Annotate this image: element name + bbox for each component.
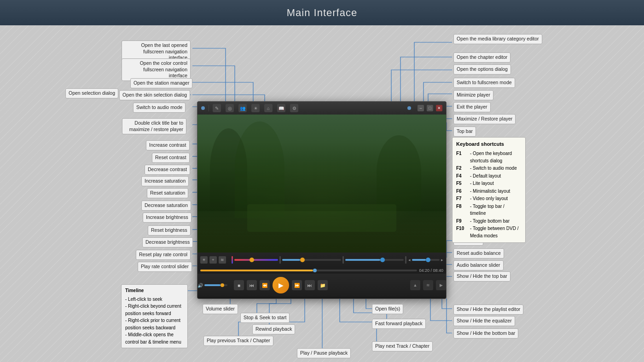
label-prev-track: Play previous Track / Chapter	[203, 336, 273, 346]
label-play-rate-slider: Play rate control slider	[138, 262, 192, 272]
label-decrease-saturation: Decrease saturation	[141, 201, 191, 211]
label-reset-contrast: Reset contrast	[152, 153, 190, 163]
label-station-manager: Open the station manager	[130, 78, 192, 88]
prev-track-button[interactable]: ⏪	[260, 280, 270, 290]
label-open-files: Open file(s)	[372, 304, 403, 314]
label-increase-brightness: Increase brightness	[143, 213, 191, 223]
shortcut-f8: F8 - Toggle top bar / timeline	[456, 203, 522, 217]
play-pause-button[interactable]: ▶	[273, 277, 289, 293]
player-titlebar: ✎ ◎ 👥 ☀ ⌂ 📖 ⚙ – □ ✕	[197, 102, 446, 115]
titlebar-left: ✎ ◎ 👥 ☀ ⌂ 📖 ⚙	[201, 104, 298, 112]
label-double-click-title: Double click title bar to maximize / res…	[122, 118, 186, 134]
player-window: ✎ ◎ 👥 ☀ ⌂ 📖 ⚙ – □ ✕ ☀ +	[197, 101, 447, 299]
timeline-tooltip-title: Timeline	[125, 287, 184, 294]
label-reset-saturation: Reset saturation	[147, 188, 188, 198]
home-icon[interactable]: ⌂	[264, 104, 273, 112]
label-reset-audio-balance: Reset audio balance	[453, 248, 504, 259]
shortcut-f2: F2 - Switch to audio mode	[456, 165, 522, 172]
keyboard-shortcuts-box: Keyboard shortcuts F1 - Open the keyboar…	[452, 137, 526, 243]
gear-icon[interactable]: ⚙	[290, 104, 298, 112]
label-top-bar: Top bar	[453, 126, 476, 137]
timeline-tip-4: - Middle-click opens the control bar & t…	[125, 331, 184, 345]
label-reset-play-rate: Reset play rate control	[136, 250, 191, 260]
label-maximize-restore: Maximize / Restore player	[453, 114, 516, 124]
shortcut-f6: F6 - Minimalistic layout	[456, 188, 522, 195]
shortcut-f10: F10 - Toggle between DVD / Media modes	[456, 225, 522, 239]
label-stop-seek: Stop & Seek to start	[240, 313, 290, 323]
rewind-button[interactable]: ⏮	[247, 280, 257, 290]
time-display: 04:20 / 08:40	[419, 268, 443, 273]
shortcuts-title: Keyboard shortcuts	[456, 140, 522, 148]
timeline-tip-3: - Right-click prior to current position …	[125, 317, 184, 331]
timeline-tip-1: - Left-click to seek	[125, 296, 184, 303]
up-arrow-btn[interactable]: ▲	[410, 280, 420, 290]
label-options-dialog: Open the options dialog	[453, 64, 511, 75]
label-show-hide-top-bar: Show / Hide the top bar	[453, 271, 511, 282]
pencil-icon[interactable]: ✎	[213, 104, 221, 112]
brightness-icon[interactable]: ☀	[251, 104, 260, 112]
fast-forward-button[interactable]: ⏭	[305, 280, 315, 290]
close-btn[interactable]: ✕	[436, 105, 442, 111]
titlebar-dot-right	[407, 106, 411, 110]
label-skin-selection: Open the skin selection dialog	[119, 90, 190, 100]
label-next-track: Play next Track / Chapter	[372, 341, 433, 351]
eq-icon[interactable]: ≋	[219, 256, 226, 264]
shortcut-f1: F1 - Open the keyboard shortcuts dialog	[456, 150, 522, 164]
stop-button[interactable]: ■	[234, 280, 244, 290]
eq-btn[interactable]: ≋	[423, 280, 433, 290]
page-title: Main Interface	[287, 7, 357, 19]
shortcut-f5: F5 - Lite layout	[456, 180, 522, 187]
titlebar-controls: – □ ✕	[407, 105, 442, 111]
label-open-selection-dialog: Open selection dialog	[65, 88, 118, 98]
titlebar-icons: ✎ ◎ 👥 ☀ ⌂ 📖 ⚙	[213, 104, 298, 112]
label-fullscreen: Switch to fullscreen mode	[453, 78, 515, 88]
radio-icon[interactable]: ◎	[226, 104, 234, 112]
label-volume-slider: Volume slider	[203, 304, 238, 314]
maximize-btn[interactable]: □	[427, 105, 433, 111]
users-icon[interactable]: 👥	[238, 104, 247, 112]
timeline-bar[interactable]: 04:20 / 08:40	[197, 267, 446, 274]
arrow-right-btn[interactable]: ▶	[436, 280, 446, 290]
shortcut-f7: F7 - Video only layout	[456, 195, 522, 202]
minimize-btn[interactable]: –	[418, 105, 424, 111]
open-files-button[interactable]: 📁	[318, 280, 328, 290]
shortcut-f4: F4 - Default layout	[456, 172, 522, 180]
video-area[interactable]	[197, 115, 446, 253]
book-icon[interactable]: 📖	[277, 104, 285, 112]
bottom-bar: ☀ + ≋ ◂	[197, 253, 446, 267]
plus-icon[interactable]: +	[209, 256, 217, 264]
label-show-hide-equalizer: Show / Hide the equalizer	[453, 316, 515, 326]
timeline-tip-2: - Right-click beyond current position se…	[125, 303, 184, 317]
label-media-library: Open the media library category editor	[453, 34, 542, 44]
header: Main Interface	[0, 0, 644, 25]
titlebar-indicator	[201, 106, 205, 110]
label-rewind: Rewind playback	[252, 324, 295, 334]
label-chapter-editor: Open the chapter editor	[453, 52, 511, 63]
controls-bar: 🔊 ■ ⏮ ⏪ ▶ ⏩ ⏭ 📁 ▲ ≋ ▶	[197, 274, 446, 297]
label-increase-contrast: Increase contrast	[146, 140, 190, 150]
label-decrease-brightness: Decrease brightness	[142, 237, 193, 247]
label-reset-brightness: Reset brightness	[148, 225, 191, 236]
shortcut-f9: F9 - Toggle bottom bar	[456, 218, 522, 225]
label-show-hide-playlist: Show / Hide the playlist editor	[453, 305, 523, 315]
label-exit-player: Exit the player	[453, 102, 491, 112]
brightness-ctrl[interactable]: ☀	[200, 256, 208, 264]
label-minimize: Minimize player	[453, 90, 493, 100]
label-audio-balance-slider: Audio balance slider	[453, 260, 504, 270]
label-switch-audio: Switch to audio mode	[133, 103, 186, 113]
label-increase-saturation: Increase saturation	[141, 176, 189, 186]
next-track-button[interactable]: ⏩	[292, 280, 302, 290]
timeline-tooltip: Timeline - Left-click to seek - Right-cl…	[121, 284, 188, 348]
label-fast-forward: Fast forward playback	[372, 319, 426, 329]
label-open-color-control: Open the color control fullscreen naviga…	[122, 58, 191, 81]
label-show-hide-bottom: Show / Hide the bottom bar	[453, 328, 518, 339]
label-decrease-contrast: Decrease contrast	[145, 165, 190, 175]
label-play-pause: Play / Pause playback	[297, 348, 351, 358]
